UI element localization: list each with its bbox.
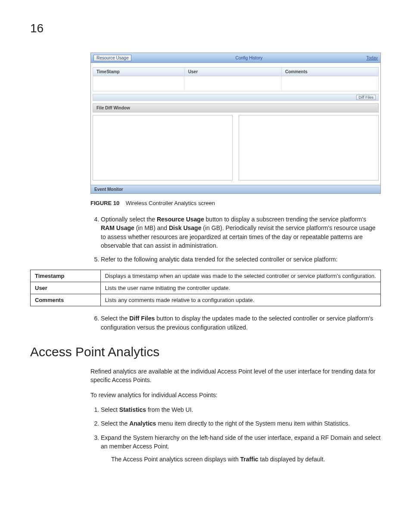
col-comments: Comments [282,68,378,76]
intro-paragraph: Refined analytics are available at the i… [90,367,381,385]
bold-statistics: Statistics [119,406,146,413]
file-diff-window-label: File Diff Window [93,103,379,112]
table-empty-rows [93,76,379,91]
step-5: Refer to the following analytic data tre… [101,255,381,264]
page-number: 16 [30,22,381,35]
term-comments: Comments [31,294,101,306]
def-comments: Lists any comments made relative to a co… [100,294,380,306]
bold-ram-usage: RAM Usage [101,224,134,231]
steps-list-upper: Optionally select the Resource Usage but… [90,215,381,264]
today-link[interactable]: Today [366,56,378,60]
definition-table: Timestamp Displays a timestamp when an u… [30,270,381,306]
table-row: User Lists the user name initiating the … [31,282,381,294]
bold-traffic: Traffic [240,456,258,463]
resource-usage-button[interactable]: Resource Usage [93,55,131,61]
figure-caption-text: Wireless Controller Analytics screen [126,200,215,206]
step-4: Optionally select the Resource Usage but… [101,215,381,250]
bold-analytics: Analytics [129,420,156,427]
step-6: Select the Diff Files button to display … [101,314,381,332]
figure-caption: FIGURE 10 Wireless Controller Analytics … [90,200,381,206]
table-row: Timestamp Displays a timestamp when an u… [31,270,381,282]
col-user: User [185,68,282,76]
term-timestamp: Timestamp [31,270,101,282]
review-paragraph: To review analytics for individual Acces… [90,391,381,399]
steps-list-lower: Select the Diff Files button to display … [90,314,381,332]
diff-panes [93,115,379,180]
ap-steps-list: Select Statistics from the Web UI. Selec… [90,405,381,464]
diff-files-bar: Diff Files [93,94,379,101]
diff-pane-left [93,115,233,180]
screenshot-toolbar: Resource Usage Config History Today [91,53,380,63]
bold-disk-usage: Disk Usage [169,224,201,231]
analytics-screenshot: Resource Usage Config History Today Time… [90,53,381,194]
ap-step-3-sub: The Access Point analytics screen displa… [111,455,381,464]
ap-step-3: Expand the System hierarchy on the left-… [101,433,381,464]
ap-step-2: Select the Analytics menu item directly … [101,419,381,428]
term-user: User [31,282,101,294]
col-timestamp: TimeStamp [93,68,185,76]
table-row: Comments Lists any comments made relativ… [31,294,381,306]
diff-pane-right [239,115,379,180]
def-timestamp: Displays a timestamp when an update was … [100,270,380,282]
diff-files-button[interactable]: Diff Files [356,95,376,100]
table-header-row: TimeStamp User Comments [93,67,379,76]
bold-resource-usage: Resource Usage [157,216,204,223]
bold-diff-files: Diff Files [129,315,155,322]
figure-label: FIGURE 10 [90,200,119,206]
event-monitor-bar: Event Monitor [91,185,380,193]
ap-step-1: Select Statistics from the Web UI. [101,405,381,414]
def-user: Lists the user name initiating the contr… [100,282,380,294]
section-heading: Access Point Analytics [30,345,381,359]
config-history-title: Config History [131,56,366,60]
